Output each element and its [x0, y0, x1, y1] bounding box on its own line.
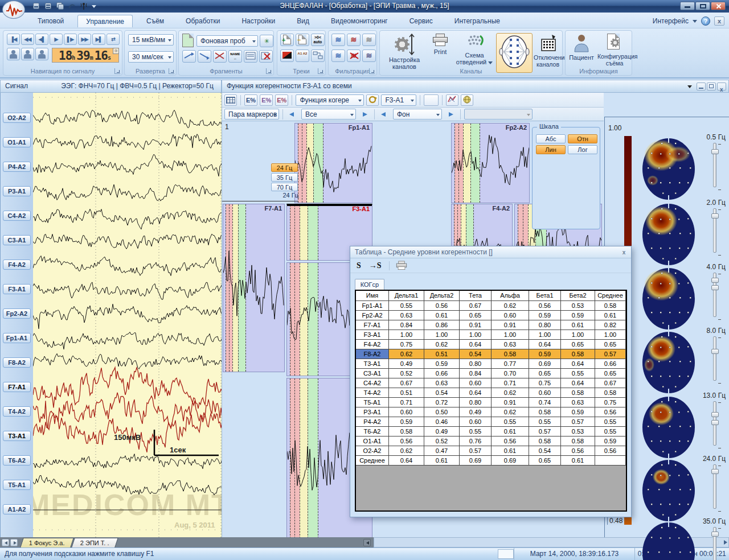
cell-P3-A1-2[interactable]: 0.50: [424, 407, 460, 417]
cell-T3-A1-1[interactable]: 0.49: [389, 359, 424, 369]
row-name[interactable]: F7-A1: [356, 320, 389, 330]
coherence-plot-Fp1-A1[interactable]: Fp1-A1: [294, 123, 372, 203]
coherence-plot-F7-A1[interactable]: F7-A1: [223, 204, 285, 372]
cell-T6-A2-4[interactable]: 0.61: [492, 427, 529, 437]
fragment-add-icon[interactable]: ✳: [260, 35, 273, 47]
cell-T4-A2-2[interactable]: 0.54: [424, 388, 460, 398]
cell-T5-A1-7[interactable]: 0.75: [595, 398, 626, 407]
track-order-icon[interactable]: [311, 50, 325, 62]
patient-time-icon[interactable]: [35, 48, 48, 60]
interface-dropdown-icon[interactable]: [693, 20, 697, 23]
eeg-trace-area[interactable]: MEDICOM MTD Aug, 5 2011 150мкВ1сек: [33, 93, 222, 537]
dialog-launcher-icon[interactable]: [369, 68, 375, 74]
cell-P3-A1-5[interactable]: 0.58: [529, 407, 561, 417]
track-add-icon[interactable]: +: [280, 34, 294, 46]
column-header-2[interactable]: Дельта1: [389, 291, 424, 301]
cell-T6-A2-7[interactable]: 0.55: [595, 427, 626, 437]
fragment-delete-icon[interactable]: [259, 50, 273, 63]
cell-Среднее-1[interactable]: 0.64: [389, 456, 424, 466]
doc-tab-2[interactable]: 2 ЭПИ Т. .: [71, 538, 118, 547]
cell-C3-A1-1[interactable]: 0.52: [389, 369, 424, 378]
scale-abs-button[interactable]: Абс: [536, 134, 566, 143]
cell-T4-A2-1[interactable]: 0.51: [389, 388, 424, 398]
cell-P4-A2-3[interactable]: 0.60: [460, 417, 492, 427]
channel-label-P3-A1[interactable]: P3-A1: [3, 186, 31, 196]
row-name[interactable]: T4-A2: [356, 388, 389, 398]
table-row-O2-A2[interactable]: O2-A20.620.470.570.610.540.560.56: [356, 446, 626, 456]
disable-channels-button[interactable]: Отключение каналов: [534, 33, 562, 73]
cell-Fp2-A2-4[interactable]: 0.60: [492, 311, 529, 320]
scrollbar-right-arrow-icon[interactable]: [724, 540, 727, 545]
cell-O1-A1-1[interactable]: 0.56: [389, 437, 424, 446]
cell-C3-A1-6[interactable]: 0.55: [561, 369, 595, 378]
cell-T5-A1-6[interactable]: 0.63: [561, 398, 595, 407]
track-autoscale-icon[interactable]: >0<auto: [311, 34, 325, 46]
stat-e1-button[interactable]: E%: [244, 94, 257, 106]
cell-C3-A1-3[interactable]: 0.84: [460, 369, 492, 378]
nav-button-3[interactable]: ◀▌: [35, 34, 48, 45]
topo-slider-1[interactable]: [713, 143, 716, 187]
save-table-button[interactable]: S: [355, 261, 363, 271]
track-invert-icon[interactable]: [280, 50, 294, 62]
nav-button-8[interactable]: ⇄: [107, 34, 120, 45]
table-row-F8-A2[interactable]: F8-A20.620.510.540.580.590.580.57: [356, 349, 626, 359]
acquisition-config-button[interactable]: Конфигурация съёма: [597, 33, 632, 73]
cell-O2-A2-6[interactable]: 0.56: [561, 446, 595, 456]
table-row-C4-A2[interactable]: C4-A20.670.630.600.710.750.640.67: [356, 378, 626, 388]
cell-Fp2-A2-6[interactable]: 0.59: [561, 311, 595, 320]
cell-Среднее-3[interactable]: 0.69: [460, 456, 492, 466]
cell-T3-A1-6[interactable]: 0.64: [561, 359, 595, 369]
ribbon-tab-8[interactable]: Сервис: [402, 15, 441, 27]
cell-T5-A1-3[interactable]: 0.80: [460, 398, 492, 407]
track-remove-icon[interactable]: −: [296, 34, 309, 46]
nav-button-5[interactable]: ▌▶: [64, 34, 77, 45]
filter-off-icon[interactable]: ≋: [347, 50, 361, 62]
row-name[interactable]: Fp2-A2: [356, 311, 389, 320]
topo-slider-6[interactable]: [713, 464, 716, 509]
cell-F3-A1-2[interactable]: 1.00: [424, 330, 460, 340]
channel-combo[interactable]: F3-A1: [381, 94, 416, 106]
next-fragment-button[interactable]: [444, 109, 457, 120]
cell-F4-A2-7[interactable]: 0.65: [595, 340, 626, 349]
cell-P3-A1-4[interactable]: 0.62: [492, 407, 529, 417]
table-row-P4-A2[interactable]: P4-A20.590.460.600.550.550.570.55: [356, 417, 626, 427]
fragment-combo[interactable]: Фоновая проб: [196, 35, 258, 47]
channel-settings-button[interactable]: Настройка каналов: [382, 33, 427, 73]
cell-Среднее-5[interactable]: 0.65: [529, 456, 561, 466]
row-name[interactable]: T3-A1: [356, 359, 389, 369]
filter-notch-icon[interactable]: ≋: [362, 34, 376, 46]
cell-Fp1-A1-4[interactable]: 0.62: [492, 301, 529, 311]
cell-Fp2-A2-5[interactable]: 0.59: [529, 311, 561, 320]
marker-pair-combo[interactable]: Пара маркеров: [224, 109, 279, 120]
cell-F8-A2-7[interactable]: 0.57: [595, 349, 626, 359]
slider-thumb[interactable]: [711, 420, 719, 425]
row-name[interactable]: P4-A2: [356, 417, 389, 427]
cell-F3-A1-7[interactable]: 1.00: [595, 330, 626, 340]
row-name[interactable]: O2-A2: [356, 446, 389, 456]
fragment-new-icon[interactable]: [182, 34, 194, 47]
tab-scroll-end-icon[interactable]: [363, 539, 371, 546]
ribbon-tab-7[interactable]: Видеомониторинг: [323, 15, 396, 27]
cell-O1-A1-3[interactable]: 0.76: [460, 437, 492, 446]
table-row-Среднее[interactable]: Среднее0.640.610.690.690.650.61: [356, 456, 626, 466]
cell-Fp1-A1-5[interactable]: 0.56: [529, 301, 561, 311]
cell-O1-A1-7[interactable]: 0.59: [595, 437, 626, 446]
patient-button[interactable]: Пациент: [567, 33, 596, 73]
cell-P4-A2-5[interactable]: 0.55: [529, 417, 561, 427]
cell-T6-A2-2[interactable]: 0.49: [424, 427, 460, 437]
maximize-button[interactable]: [695, 2, 710, 10]
cell-O1-A1-5[interactable]: 0.58: [529, 437, 561, 446]
cell-P3-A1-1[interactable]: 0.60: [389, 407, 424, 417]
cell-Среднее-7[interactable]: [595, 456, 626, 466]
topo-slider-7[interactable]: [713, 527, 716, 560]
dialog-launcher-icon[interactable]: [266, 68, 272, 74]
channel-label-T3-A1[interactable]: T3-A1: [3, 431, 31, 441]
cell-C4-A2-6[interactable]: 0.64: [561, 378, 595, 388]
fragment-end-icon[interactable]: [198, 50, 211, 63]
ribbon-tab-6[interactable]: Вид: [289, 15, 317, 27]
cell-P3-A1-3[interactable]: 0.49: [460, 407, 492, 417]
filter-lowpass-icon[interactable]: ≋: [331, 34, 345, 46]
minimize-button[interactable]: [680, 2, 695, 10]
cell-P4-A2-1[interactable]: 0.59: [389, 417, 424, 427]
channel-label-O1-A1[interactable]: O1-A1: [3, 137, 31, 147]
